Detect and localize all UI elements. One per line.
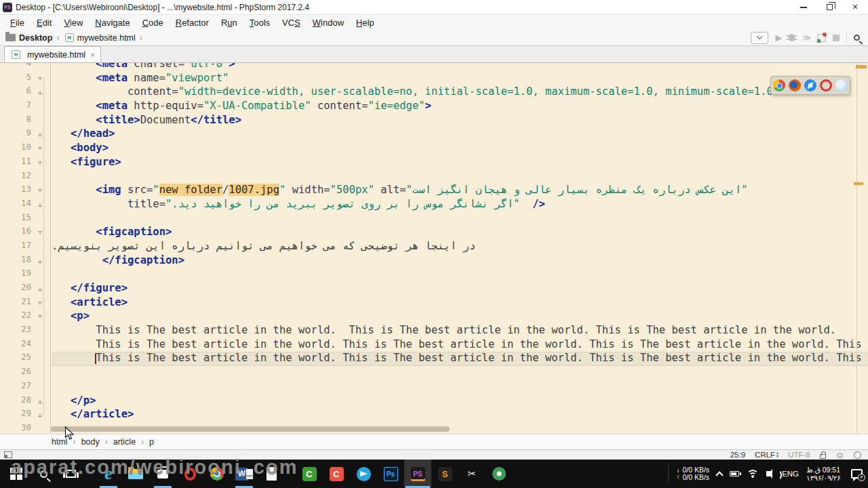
green-app-taskbar-button[interactable] (486, 460, 513, 488)
firefox-browser-icon[interactable] (789, 79, 801, 92)
code-line-20[interactable]: </figure> (52, 282, 868, 296)
menu-code[interactable]: Code (136, 18, 170, 28)
profiler-button[interactable] (818, 34, 826, 42)
breadcrumb-p[interactable]: p (149, 437, 154, 447)
tray-expand-chevron-icon[interactable] (715, 471, 723, 479)
code-line-21[interactable]: <article> (52, 296, 868, 310)
code-line-19[interactable] (52, 268, 868, 282)
line-ending-selector[interactable]: CRLF▴▾ (755, 451, 778, 459)
code-line-9[interactable]: </head> (52, 127, 868, 142)
restore-button[interactable] (816, 0, 842, 15)
notification-center-icon[interactable]: ۳ (851, 469, 863, 479)
wifi-icon[interactable] (747, 470, 759, 479)
inspector-hector-icon[interactable]: ☺ (835, 451, 844, 460)
safari-browser-icon[interactable] (804, 79, 816, 92)
minimize-button[interactable] (791, 0, 816, 15)
run-button[interactable]: ▶ (775, 33, 782, 43)
fold-marker-icon[interactable]: ▵ (34, 198, 46, 212)
stop-button[interactable] (833, 35, 840, 41)
caret-position[interactable]: 25:9 (730, 451, 745, 459)
breadcrumb-desktop[interactable]: Desktop (19, 33, 52, 43)
code-line-11[interactable]: <figure> (52, 156, 868, 170)
fold-marker-icon[interactable]: ▵ (34, 127, 46, 142)
opera-browser-icon[interactable] (820, 79, 832, 92)
photoshop-taskbar-button[interactable]: Ps (377, 460, 404, 488)
code-line-24[interactable]: This is The best article in the world. T… (52, 338, 868, 352)
snipping-tool-taskbar-button[interactable]: ✂ (458, 460, 486, 488)
breadcrumb-file[interactable]: mywebsite.html (77, 33, 136, 43)
inspection-profile-icon[interactable] (854, 451, 861, 459)
horizontal-scrollbar[interactable] (51, 426, 450, 432)
breadcrumb-body[interactable]: body (81, 437, 100, 447)
code-line-29[interactable]: </article> (52, 408, 868, 422)
fold-marker-icon[interactable]: ▿ (34, 310, 46, 324)
word-taskbar-button[interactable]: W (231, 460, 258, 488)
menu-run[interactable]: Run (215, 18, 243, 28)
code-line-4[interactable]: <meta charset="utf-8"> (52, 63, 868, 72)
code-line-10[interactable]: <body> (52, 142, 868, 156)
opera-taskbar-button[interactable] (176, 460, 203, 488)
menu-refactor[interactable]: Refactor (170, 18, 215, 28)
search-taskbar-button[interactable] (30, 460, 57, 488)
menu-view[interactable]: View (58, 18, 89, 28)
code-line-26[interactable] (52, 366, 868, 380)
battery-icon[interactable] (730, 471, 739, 476)
language-indicator[interactable]: ENG (782, 470, 799, 478)
code-line-12[interactable] (52, 170, 868, 184)
menu-window[interactable]: Window (307, 18, 350, 28)
store-taskbar-button[interactable] (149, 460, 176, 488)
code-line-16[interactable]: <figcaption> (52, 226, 868, 240)
menu-vcs[interactable]: VCS (276, 18, 307, 28)
fold-marker-icon[interactable]: ▿ (34, 142, 46, 156)
editor[interactable]: 45▿6▵789▵10▿11▿1213▿14▵1516▿1718▵1920▵21… (0, 63, 868, 434)
volume-icon[interactable] (766, 471, 770, 476)
lock-icon[interactable] (820, 454, 826, 459)
editor-code[interactable]: <meta charset="utf-8"> <meta name="viewp… (52, 63, 868, 434)
fold-marker-icon[interactable]: ▵ (34, 282, 46, 296)
code-line-25[interactable]: This is The best article in the world. T… (52, 352, 868, 366)
fold-marker-icon[interactable]: ▿ (34, 72, 46, 86)
code-line-22[interactable]: <p> (52, 310, 868, 324)
fold-marker-icon[interactable]: ▵ (34, 85, 46, 100)
toolwindow-switcher-icon[interactable] (4, 451, 12, 458)
menu-navigate[interactable]: Navigate (89, 18, 136, 28)
camtasia-taskbar-button[interactable]: C (296, 460, 323, 488)
start-taskbar-button[interactable] (3, 460, 30, 488)
chrome-taskbar-button[interactable] (203, 460, 231, 488)
code-line-8[interactable]: <title>Document</title> (52, 114, 868, 128)
run-config-dropdown[interactable] (751, 32, 768, 44)
code-line-14[interactable]: title="اگر نشانگر موس را بر روی تصویر بب… (52, 198, 868, 212)
chrome-browser-icon[interactable] (773, 79, 785, 92)
menu-tools[interactable]: Tools (243, 18, 276, 28)
task-view-taskbar-button[interactable] (57, 460, 84, 488)
code-line-6[interactable]: content="width=device-width, user-scalab… (52, 85, 868, 100)
fold-marker-icon[interactable]: ▿ (34, 156, 46, 170)
clock-widget[interactable]: 09:51 ق.ظ ۱۳۹۶/۰۹/۲۶ (806, 466, 841, 482)
tab-mywebsite[interactable]: H mywebsite.html × (4, 46, 101, 62)
camtasia-recorder-taskbar-button[interactable]: C (323, 460, 350, 488)
code-line-17[interactable]: در اینجا هر توضیحی که می خواهیم می توانی… (52, 240, 868, 254)
phpstorm-taskbar-button[interactable]: PS (404, 460, 431, 488)
menu-help[interactable]: Help (350, 18, 380, 28)
menu-file[interactable]: File (4, 18, 31, 28)
network-speed-widget[interactable]: ↓↑ 0/0 KB/s0/0 KB/s (676, 466, 709, 481)
fold-marker-icon[interactable]: ▿ (34, 184, 46, 198)
code-line-28[interactable]: </p> (52, 394, 868, 409)
search-everywhere-icon[interactable] (854, 35, 860, 41)
file-explorer-taskbar-button[interactable] (122, 460, 149, 488)
encoding-selector[interactable]: UTF-8 (788, 451, 810, 459)
debug-button[interactable] (789, 34, 795, 41)
sublime-text-taskbar-button[interactable]: S (431, 460, 458, 488)
error-stripe-mark[interactable] (856, 65, 867, 68)
tab-close-icon[interactable]: × (90, 51, 94, 59)
fold-marker-icon[interactable]: ▵ (34, 254, 46, 268)
code-line-18[interactable]: </figcaption> (52, 254, 868, 268)
code-line-7[interactable]: <meta http-equiv="X-UA-Compatible" conte… (52, 100, 868, 114)
ie-browser-icon[interactable] (835, 79, 848, 92)
fold-marker-icon[interactable]: ▿ (34, 226, 46, 240)
code-line-27[interactable] (52, 380, 868, 394)
edge-taskbar-button[interactable]: e (95, 460, 122, 488)
close-button[interactable]: ✕ (842, 0, 868, 15)
fold-marker-icon[interactable]: ▵ (34, 408, 46, 422)
error-stripe-mark[interactable] (854, 182, 863, 185)
